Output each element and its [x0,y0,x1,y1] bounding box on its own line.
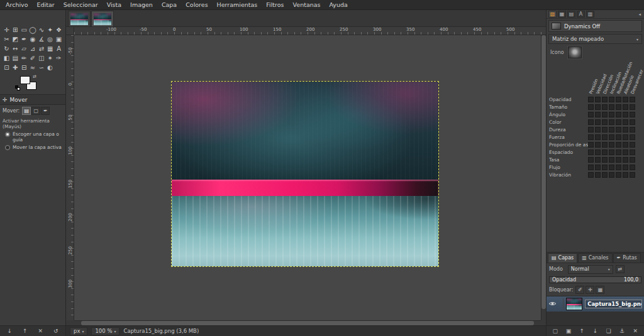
matrix-checkbox-a-ngulo-presio-n[interactable] [588,112,594,117]
zoom-select[interactable]: 100 %▾ [91,327,119,335]
horizontal-scrollbar-thumb[interactable] [81,321,534,325]
matrix-checkbox-vibracio-n-aleatorio[interactable] [623,172,628,178]
matrix-checkbox-fuerza-velocidad[interactable] [595,134,601,140]
layer-row[interactable]: Captura15_big.png [547,296,644,312]
delete-tool-preset-button[interactable]: ✕ [35,327,45,335]
brushes-dock-tab[interactable]: ▧ [548,11,557,18]
matrix-checkbox-opacidad-direccio-n[interactable] [602,97,608,102]
lock-position-button[interactable]: ✛ [586,286,594,294]
matrix-checkbox-taman-o-direccio-n[interactable] [602,104,608,110]
matrix-checkbox-dureza-direccio-n[interactable] [602,127,608,133]
foreground-color-swatch[interactable] [20,76,30,84]
dodge-burn-tool[interactable]: ◐ [46,63,54,72]
matrix-checkbox-color-aleatorio[interactable] [623,119,628,125]
matrix-checkbox-opacidad-desvanecer[interactable] [630,97,635,102]
matrix-checkbox-tasa-rueda-rotacio-n[interactable] [616,157,621,163]
swap-colors-icon[interactable]: ⇄ [33,74,36,79]
matrix-checkbox-dureza-aleatorio[interactable] [623,127,628,133]
unit-select[interactable]: px▾ [70,327,87,335]
matrix-checkbox-proporcio-n-de-aspecto-velocidad[interactable] [595,142,601,148]
patterns-dock-tab[interactable]: ▦ [558,11,566,18]
matrix-checkbox-proporcio-n-de-aspecto-direccio-n[interactable] [602,142,608,148]
matrix-checkbox-fuerza-direccio-n[interactable] [602,134,608,140]
image-tab-2[interactable] [91,11,114,26]
matrix-checkbox-fuerza-presio-n[interactable] [588,134,594,140]
matrix-checkbox-flujo-aleatorio[interactable] [623,165,628,170]
matrix-checkbox-opacidad-velocidad[interactable] [595,97,601,102]
matrix-checkbox-proporcio-n-de-aspecto-inclinacio-n[interactable] [609,142,614,148]
matrix-checkbox-color-direccio-n[interactable] [602,119,608,125]
fuzzy-select-tool[interactable]: ✦ [46,25,54,34]
matrix-checkbox-a-ngulo-velocidad[interactable] [595,112,601,117]
tab-rutas[interactable]: ✒Rutas [613,253,641,263]
anchor-layer-button[interactable]: ⚓ [617,327,627,335]
matrix-checkbox-color-desvanecer[interactable] [630,119,635,125]
matrix-checkbox-opacidad-rueda-rotacio-n[interactable] [616,97,621,102]
airbrush-tool[interactable]: ✶ [46,53,54,62]
matrix-checkbox-vibracio-n-presio-n[interactable] [588,172,594,178]
new-group-button[interactable]: ▣ [564,327,574,335]
matrix-checkbox-taman-o-inclinacio-n[interactable] [609,104,614,110]
pencil-tool[interactable]: ✏ [20,53,28,62]
matrix-checkbox-espaciado-inclinacio-n[interactable] [609,149,614,155]
horizontal-scrollbar[interactable] [74,320,541,325]
matrix-checkbox-flujo-inclinacio-n[interactable] [609,165,614,170]
raise-layer-button[interactable]: ↑ [577,327,587,335]
dock-menu-icon[interactable]: ◂ [638,12,642,17]
menu-archivo[interactable]: Archivo [1,1,33,9]
matrix-checkbox-a-ngulo-desvanecer[interactable] [630,112,635,117]
tab-canales[interactable]: ▥Canales [578,253,612,263]
radio-escoger-una-capa-o-gui-a[interactable]: Escoger una capa o guía [0,130,65,143]
matrix-checkbox-dureza-rueda-rotacio-n[interactable] [616,127,621,133]
canvas-image[interactable] [172,82,438,266]
perspective-clone-tool[interactable]: ⊟ [20,63,28,72]
matrix-checkbox-tasa-velocidad[interactable] [595,157,601,163]
smudge-tool[interactable]: ∽ [37,63,45,72]
menu-editar[interactable]: Editar [33,1,59,9]
matrix-checkbox-proporcio-n-de-aspecto-rueda-rotacio-n[interactable] [616,142,621,148]
text-tool[interactable]: A [55,44,63,53]
clone-tool[interactable]: ⊡ [3,63,11,72]
cage-transform-tool[interactable]: ▦ [46,44,54,53]
blur-tool[interactable]: ≈ [29,63,37,72]
menu-ayuda[interactable]: Ayuda [325,1,352,9]
matrix-checkbox-tasa-presio-n[interactable] [588,157,594,163]
radio-mover-la-capa-activa[interactable]: Mover la capa activa [0,143,65,151]
vertical-ruler[interactable]: -50050100150200250300 [66,35,74,320]
matrix-checkbox-dureza-inclinacio-n[interactable] [609,127,614,133]
foreground-select-tool[interactable]: ◩ [11,35,19,43]
matrix-checkbox-vibracio-n-direccio-n[interactable] [602,172,608,178]
rotate-tool[interactable]: ↻ [3,44,11,53]
matrix-checkbox-vibracio-n-rueda-rotacio-n[interactable] [616,172,621,178]
matrix-checkbox-vibracio-n-inclinacio-n[interactable] [609,172,614,178]
matrix-checkbox-opacidad-aleatorio[interactable] [623,97,628,102]
mode-switch-icon[interactable]: ⇄ [616,265,625,273]
flip-tool[interactable]: ⇄ [37,44,45,53]
free-select-tool[interactable]: ∿ [37,25,45,34]
ellipse-select-tool[interactable]: ◯ [29,25,37,34]
opacity-slider[interactable]: Opacidad 100,0 [549,276,641,283]
delete-layer-button[interactable]: ✕ [630,327,640,335]
matrix-checkbox-opacidad-presio-n[interactable] [588,97,594,102]
matrix-checkbox-a-ngulo-aleatorio[interactable] [623,112,628,117]
save-tool-preset-button[interactable]: ↓ [4,327,14,335]
matrix-checkbox-color-velocidad[interactable] [595,119,601,125]
measure-tool[interactable]: ∡ [37,35,45,43]
eraser-tool[interactable]: ◫ [37,53,45,62]
matrix-checkbox-tasa-direccio-n[interactable] [602,157,608,163]
matrix-checkbox-fuerza-aleatorio[interactable] [623,134,628,140]
dynamics-view-select[interactable]: Matriz de mapeado ▾ [548,34,642,44]
matrix-checkbox-taman-o-aleatorio[interactable] [623,104,628,110]
lower-layer-button[interactable]: ↓ [590,327,600,335]
default-colors-icon[interactable] [15,85,21,90]
matrix-checkbox-opacidad-inclinacio-n[interactable] [609,97,614,102]
matrix-checkbox-flujo-direccio-n[interactable] [602,165,608,170]
image-tab-1[interactable] [68,11,91,26]
zoom-tool[interactable]: ◎ [46,35,54,43]
matrix-checkbox-proporcio-n-de-aspecto-aleatorio[interactable] [623,142,628,148]
vertical-scrollbar[interactable] [541,35,546,320]
dynamics-current[interactable]: Dynamics Off [548,20,642,32]
menu-seleccionar[interactable]: Seleccionar [59,1,103,9]
matrix-checkbox-flujo-desvanecer[interactable] [630,165,635,170]
scale-tool[interactable]: ↔ [11,44,19,53]
